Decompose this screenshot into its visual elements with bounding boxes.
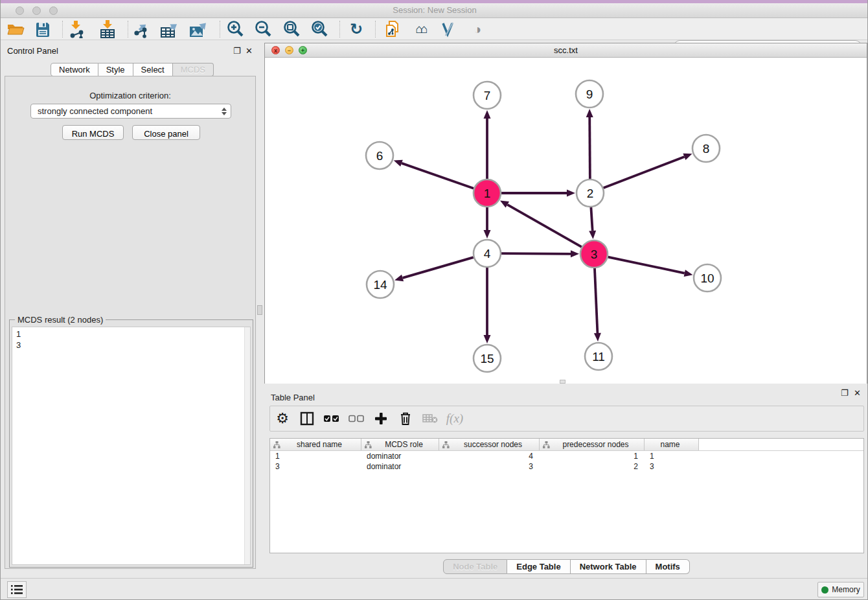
clone-network-button[interactable] — [382, 20, 404, 38]
table-panel-float-button[interactable]: ❐ — [841, 389, 849, 398]
open-session-button[interactable] — [5, 20, 27, 38]
mcds-result-group: MCDS result (2 nodes) 1 3 — [9, 319, 253, 568]
network-window-title: scc.txt — [265, 45, 867, 55]
hierarchy-icon — [365, 441, 372, 448]
edge-3-1[interactable] — [507, 205, 582, 247]
edge-1-6[interactable] — [402, 163, 474, 189]
edge-2-3[interactable] — [591, 207, 592, 231]
table-panel-close-button[interactable]: ✕ — [854, 389, 861, 398]
close-panel-button[interactable]: Close panel — [132, 125, 200, 140]
edge-2-9[interactable] — [589, 117, 590, 179]
edge-3-11[interactable] — [595, 268, 597, 333]
column-header-successor-nodes[interactable]: successor nodes — [439, 439, 540, 450]
network-resize-grip[interactable] — [560, 380, 565, 384]
hierarchy-icon — [273, 441, 280, 448]
node-table-body: 1dominator4113dominator323 — [270, 451, 863, 472]
edge-4-14[interactable] — [403, 257, 474, 278]
node-label: 9 — [586, 87, 593, 101]
edge-4-3[interactable] — [501, 253, 571, 254]
clone-network-icon — [384, 20, 401, 38]
zoom-selected-button[interactable] — [308, 20, 330, 38]
column-header-shared-name[interactable]: shared name — [270, 439, 361, 450]
half-circle-icon: ◑ — [474, 22, 481, 37]
main-toolbar: ↻ ⌂⌂ ◑ — [1, 18, 868, 40]
delete-column-button[interactable] — [393, 408, 418, 430]
control-panel-float-button[interactable]: ❐ — [233, 47, 241, 56]
table-cell: dominator — [361, 461, 439, 472]
select-all-columns-button[interactable] — [319, 408, 344, 430]
zoom-out-icon — [254, 20, 272, 38]
network-canvas[interactable]: 7968124314101511 — [265, 58, 867, 384]
table-panel-title: Table Panel — [271, 393, 315, 402]
node-label: 15 — [480, 352, 494, 365]
run-mcds-button[interactable]: Run MCDS — [62, 125, 124, 140]
vizmapper-icon — [440, 21, 457, 38]
zoom-out-button[interactable] — [252, 20, 274, 38]
import-table-button[interactable] — [97, 20, 119, 38]
table-cell: 4 — [439, 451, 540, 461]
optimization-criterion-select[interactable]: strongly connected component — [30, 104, 231, 119]
arrowhead-icon — [394, 160, 403, 167]
mcds-result-textarea[interactable]: 1 3 — [12, 327, 251, 565]
table-panel-tabs: Node Table Edge Table Network Table Moti… — [264, 559, 868, 574]
node-label: 8 — [703, 142, 710, 156]
zoom-in-button[interactable] — [224, 20, 246, 38]
create-column-button[interactable] — [369, 408, 393, 430]
hierarchy-icon — [442, 441, 450, 448]
tab-motifs[interactable]: Motifs — [646, 559, 690, 574]
optimization-criterion-label: Optimization criterion: — [5, 91, 255, 100]
save-session-button[interactable] — [32, 20, 54, 38]
network-window-titlebar[interactable]: x − + scc.txt — [265, 43, 867, 58]
export-network-button[interactable] — [131, 20, 153, 38]
delete-table-button[interactable] — [418, 408, 442, 430]
zoom-fit-button[interactable] — [280, 20, 303, 38]
titlebar[interactable]: Session: New Session — [1, 3, 868, 18]
edge-2-8[interactable] — [604, 157, 685, 188]
node-label: 3 — [591, 248, 598, 261]
unselect-all-columns-button[interactable] — [344, 408, 369, 430]
panel-splitter-grip[interactable] — [257, 305, 262, 315]
tab-node-table[interactable]: Node Table — [443, 559, 507, 574]
export-network-icon — [133, 20, 151, 38]
show-hide-button[interactable]: ◑ — [466, 20, 488, 38]
arrowhead-icon — [684, 270, 693, 277]
memory-status-icon — [821, 586, 828, 594]
unchecked-boxes-icon — [348, 415, 364, 422]
zoom-fit-icon — [282, 20, 301, 38]
selected-option: strongly connected component — [38, 106, 222, 116]
home-layout-button[interactable]: ⌂⌂ — [409, 20, 431, 38]
node-table: shared name MCDS role successor nodes pr… — [269, 438, 864, 553]
window-title: Session: New Session — [1, 5, 868, 15]
arrowhead-icon — [484, 230, 491, 238]
control-panel-close-button[interactable]: ✕ — [246, 47, 253, 56]
column-header-name[interactable]: name — [645, 439, 699, 450]
columns-icon — [300, 411, 314, 426]
export-image-button[interactable] — [187, 20, 209, 38]
column-header-mcds-role[interactable]: MCDS role — [361, 439, 439, 450]
export-image-icon — [188, 20, 208, 38]
table-row[interactable]: 3dominator323 — [270, 461, 863, 472]
column-header-predecessor-nodes[interactable]: predecessor nodes — [540, 439, 645, 450]
vizmapper-button[interactable] — [437, 20, 459, 38]
node-label: 1 — [484, 187, 491, 200]
show-columns-button[interactable] — [295, 408, 319, 430]
edge-3-10[interactable] — [608, 257, 685, 273]
tab-network-table[interactable]: Network Table — [571, 559, 646, 574]
result-scrollbar[interactable] — [244, 327, 250, 564]
refresh-button[interactable]: ↻ — [345, 20, 367, 38]
tab-mcds[interactable]: MCDS — [173, 63, 214, 76]
export-table-button[interactable] — [159, 20, 181, 38]
table-settings-button[interactable]: ⚙ — [270, 408, 295, 430]
import-network-button[interactable] — [66, 20, 88, 38]
tab-edge-table[interactable]: Edge Table — [507, 559, 570, 574]
tab-network[interactable]: Network — [51, 63, 98, 76]
table-cell: 1 — [270, 451, 361, 461]
function-builder-button[interactable]: f(x) — [442, 408, 467, 430]
tab-select[interactable]: Select — [133, 63, 173, 76]
task-history-button[interactable] — [7, 581, 27, 598]
memory-button[interactable]: Memory — [817, 582, 864, 597]
table-row[interactable]: 1dominator411 — [270, 451, 863, 461]
table-cell: 3 — [439, 461, 540, 472]
tab-style[interactable]: Style — [98, 63, 133, 76]
trash-icon — [399, 411, 412, 426]
